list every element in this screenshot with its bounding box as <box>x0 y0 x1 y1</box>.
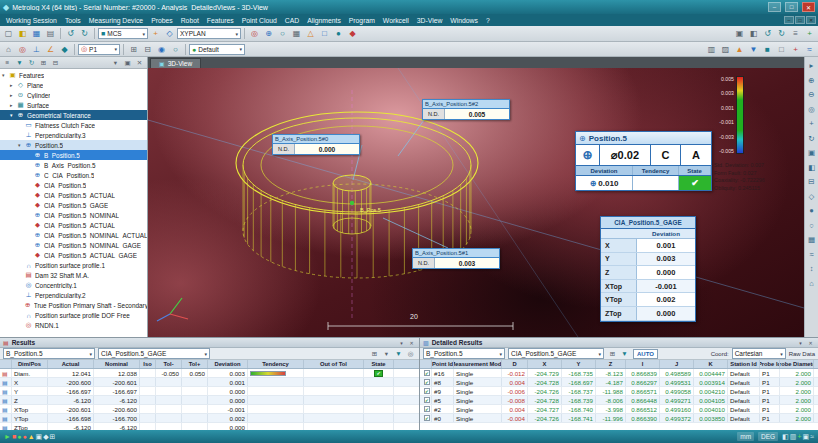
hatch-icon[interactable]: ▨ <box>719 43 732 55</box>
redo-icon[interactable]: ↻ <box>78 28 91 40</box>
report-icon[interactable]: ▥ <box>790 433 797 441</box>
panel-menu-icon[interactable]: ≡ <box>2 58 13 68</box>
zoom-out-icon[interactable]: ⊖ <box>806 88 818 101</box>
menu-item[interactable]: Tools <box>61 14 85 26</box>
deviation-label[interactable]: B_Axis_Position.5#0 N.D. 0.000 <box>272 134 360 155</box>
cone-feature-icon[interactable]: △ <box>304 28 317 40</box>
coord-system-selector[interactable]: Cartesian ▾ <box>732 348 786 359</box>
deviation-label[interactable]: B_Axis_Position.5#1 N.D. 0.003 <box>412 248 500 269</box>
3d-scene[interactable]: B_Axis_Position.5#2 N.D. 0.005 B_Axis_Po… <box>148 68 804 337</box>
menu-item[interactable]: Point Cloud <box>238 14 281 26</box>
gage-deviation-panel[interactable]: CIA_Position.5_GAGE Deviation X 0.001 Y … <box>600 216 696 322</box>
tree-item[interactable]: ▸ ⊙ Cylinder <box>0 90 147 100</box>
refresh-icon[interactable]: ↻ <box>26 58 37 68</box>
doc-icon[interactable]: ▣ <box>803 433 810 441</box>
tree-item[interactable]: ⊥ Perpendicularity.3 <box>0 130 147 140</box>
position-tolerance-panel[interactable]: ⊕ Position.5 ⊕ ⌀0.02 C A Deviation Tende… <box>575 131 712 191</box>
detailed-close-icon[interactable]: ✕ <box>806 339 815 347</box>
fullscreen-icon[interactable]: ↕ <box>806 262 818 275</box>
close-panel-icon[interactable]: ✕ <box>134 58 145 68</box>
tree-item[interactable]: ⊕ C_CIA_Position.5 <box>0 170 147 180</box>
frame-icon[interactable]: □ <box>775 43 788 55</box>
plus-icon[interactable]: + <box>789 43 802 55</box>
filter-results-icon[interactable]: ▼ <box>393 349 404 359</box>
circle-icon[interactable]: ○ <box>169 43 182 55</box>
close-button[interactable]: ✕ <box>802 2 815 12</box>
grid-toggle-icon[interactable]: ▦ <box>806 233 818 246</box>
menu-item[interactable]: Probes <box>147 14 177 26</box>
units-mm-indicator[interactable]: mm <box>737 432 754 441</box>
tree-item[interactable]: ⊕ CIA_Position.5_NOMINAL_GAGE <box>0 240 147 250</box>
table-row[interactable]: ▤ X -200.600 -200.601 0.001 <box>0 378 419 387</box>
minimize-button[interactable]: – <box>768 2 781 12</box>
table-row[interactable]: ▤ YTop -166.698 -166.700 0.002 <box>0 414 419 423</box>
solid-icon[interactable]: ■ <box>761 43 774 55</box>
profile-selector[interactable]: ● Default ▾ <box>189 44 245 55</box>
tree-item[interactable]: ⊕ B_Axis_Position.5 <box>0 160 147 170</box>
add-view-icon[interactable]: + <box>803 28 816 40</box>
menu-item[interactable]: Alignments <box>303 14 345 26</box>
rotate-left-icon[interactable]: ↺ <box>761 28 774 40</box>
perpendicular-icon[interactable]: ⊥ <box>30 43 43 55</box>
float-panel-icon[interactable]: ▾ <box>110 58 121 68</box>
point-row[interactable]: ✔ #5 Single -0.008 -204.728 -168.739 -8.… <box>420 396 818 405</box>
workplane-icon[interactable]: ◇ <box>163 28 176 40</box>
tree-item[interactable]: ◎ RNDN.1 <box>0 320 147 330</box>
table-row[interactable]: ▤ Z -6.120 -6.120 0.000 <box>0 396 419 405</box>
point-checkbox[interactable]: ✔ <box>424 397 430 403</box>
iso-view-icon[interactable]: ◇ <box>806 190 818 203</box>
circle-feature-icon[interactable]: ○ <box>276 28 289 40</box>
auto-mode-badge[interactable]: AUTO <box>633 349 658 359</box>
point-checkbox[interactable]: ✔ <box>424 379 430 385</box>
tree-item[interactable]: ◆ CIA_Position.5_GAGE <box>0 200 147 210</box>
table-row[interactable]: ▤ Y -166.697 -166.697 0.000 <box>0 387 419 396</box>
target-icon[interactable]: ◉ <box>155 43 168 55</box>
stop-icon[interactable]: ■ <box>12 433 16 440</box>
table-settings-icon[interactable]: ⊞ <box>369 349 380 359</box>
pin-panel-icon[interactable]: ▣ <box>122 58 133 68</box>
menu-item[interactable]: Working Session <box>2 14 61 26</box>
rotate-right-icon[interactable]: ↻ <box>775 28 788 40</box>
section-icon[interactable]: ≈ <box>806 248 818 261</box>
rect-feature-icon[interactable]: □ <box>318 28 331 40</box>
plane-feature-icon[interactable]: ▦ <box>290 28 303 40</box>
detailed-feature-selector[interactable]: B_Position.5 ▾ <box>423 348 505 359</box>
tree-item[interactable]: ◎ Concentricity.1 <box>0 280 147 290</box>
add-icon[interactable]: + <box>797 433 801 440</box>
results-feature-selector[interactable]: B_Position.5 ▾ <box>3 348 95 359</box>
new-file-icon[interactable]: ▢ <box>2 28 15 40</box>
zoom-in-icon[interactable]: ⊕ <box>806 74 818 87</box>
rotate-view-icon[interactable]: ↻ <box>806 132 818 145</box>
error-status-icon[interactable]: ● <box>22 433 26 440</box>
datum-icon[interactable]: ◆ <box>58 43 71 55</box>
point-row[interactable]: ✔ #8 Single 0.004 -204.728 -168.697 -4.1… <box>420 378 818 387</box>
select-icon[interactable]: ▸ <box>806 59 818 72</box>
tree-item[interactable]: ▤ Dam 32 Shaft M.A. <box>0 270 147 280</box>
shaded-mode-icon[interactable]: ● <box>806 204 818 217</box>
tree-item[interactable]: ⊕ CIA_Position.5_NOMINAL <box>0 210 147 220</box>
raw-data-label[interactable]: Raw Data <box>789 351 815 357</box>
menu-item[interactable]: ? <box>482 14 494 26</box>
home-icon[interactable]: ⌂ <box>2 43 15 55</box>
csys-icon[interactable]: + <box>149 28 162 40</box>
point-checkbox[interactable]: ✔ <box>424 406 430 412</box>
fill-icon[interactable]: ▥ <box>705 43 718 55</box>
down-icon[interactable]: ▼ <box>747 43 760 55</box>
menu-item[interactable]: Features <box>203 14 238 26</box>
doc-minimize-button[interactable]: – <box>784 16 794 24</box>
layers-icon[interactable]: ≡ <box>789 28 802 40</box>
grid-status-icon[interactable]: ⊞ <box>50 433 56 441</box>
menu-item[interactable]: Measuring Device <box>85 14 147 26</box>
probe-status-icon[interactable]: ◆ <box>43 433 48 441</box>
warning-icon[interactable]: ▲ <box>28 433 35 440</box>
menu-item[interactable]: 3D-View <box>413 14 447 26</box>
tree-item[interactable]: ⊥ Perpendicularity.2 <box>0 290 147 300</box>
point-checkbox[interactable]: ✔ <box>424 370 430 376</box>
network-icon[interactable]: ≈ <box>810 433 814 440</box>
tree-item[interactable]: ▾ ⊕ Geometrical Tolerance <box>0 110 147 120</box>
table-row[interactable]: ▤ XTop -200.601 -200.600 -0.001 <box>0 405 419 414</box>
tree-item[interactable]: ∩ Position surface profile.1 <box>0 260 147 270</box>
probe-tool-icon[interactable]: ◎ <box>248 28 261 40</box>
doc-restore-button[interactable]: □ <box>795 16 805 24</box>
top-view-icon[interactable]: ⊟ <box>806 175 818 188</box>
